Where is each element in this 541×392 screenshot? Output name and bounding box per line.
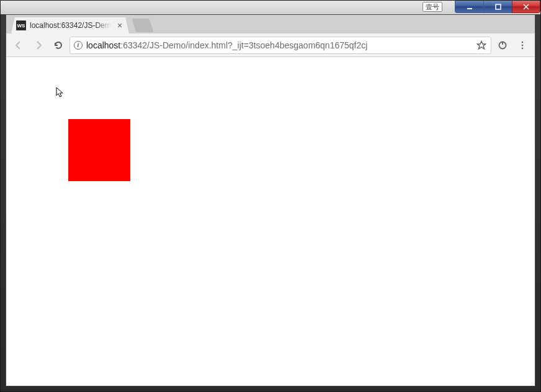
kebab-menu-icon[interactable] [514,37,531,54]
tab-active[interactable]: WS localhost:63342/JS-Demo × [11,17,129,33]
svg-point-7 [522,41,524,43]
tab-strip[interactable]: WS localhost:63342/JS-Demo × [6,15,535,33]
svg-point-8 [522,44,524,46]
close-button[interactable] [512,1,540,13]
back-button[interactable] [10,37,27,54]
svg-point-9 [522,47,524,49]
titlebar-tag: 壹号 [423,2,442,12]
power-extension-icon[interactable] [494,37,511,54]
forward-button[interactable] [30,37,47,54]
new-tab-button[interactable] [132,19,153,32]
browser-toolbar: i localhost:63342/JS-Demo/index.html?_ij… [6,33,535,57]
os-titlebar[interactable]: 壹号 [1,1,540,14]
svg-marker-4 [478,41,486,49]
svg-rect-1 [496,4,501,9]
maximize-button[interactable] [483,1,512,13]
os-window-frame: 壹号 WS localhost:63342/JS-Demo × [0,0,541,392]
url-path: :63342/JS-Demo/index.html?_ijt=3tsoeh4be… [120,40,367,50]
url-host: localhost [86,40,120,50]
bookmark-star-icon[interactable] [476,40,487,51]
cursor-icon [56,87,65,99]
browser-window: WS localhost:63342/JS-Demo × i localhost… [6,14,535,386]
url-text: localhost:63342/JS-Demo/index.html?_ijt=… [86,40,472,50]
minimize-button[interactable] [455,1,483,13]
tab-close-icon[interactable]: × [115,21,124,30]
red-box [68,119,130,181]
window-controls [455,1,540,13]
tab-title: localhost:63342/JS-Demo [30,21,112,30]
address-bar[interactable]: i localhost:63342/JS-Demo/index.html?_ij… [69,37,491,54]
page-viewport[interactable] [6,57,535,386]
reload-button[interactable] [50,37,67,54]
site-info-icon[interactable]: i [74,41,83,50]
favicon-icon: WS [16,20,26,30]
